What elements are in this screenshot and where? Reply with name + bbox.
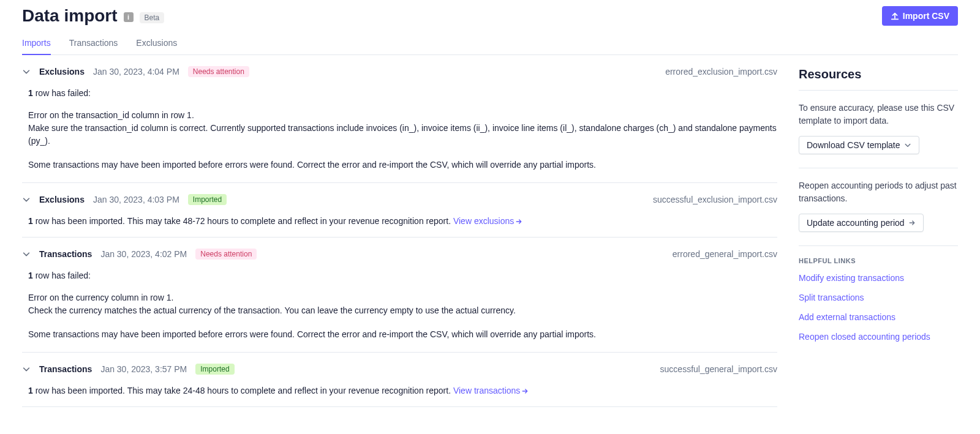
fail-summary: 1 row has failed:	[28, 88, 777, 98]
chevron-down-icon	[22, 250, 31, 258]
warning-message: Some transactions may have been imported…	[28, 328, 777, 341]
fail-summary: 1 row has failed:	[28, 271, 777, 280]
arrow-right-icon	[908, 219, 916, 226]
chevron-down-icon	[22, 365, 31, 373]
divider	[799, 245, 958, 246]
import-item-body: 1 row has failed: Error on the currency …	[22, 271, 777, 341]
tab-imports[interactable]: Imports	[22, 33, 51, 55]
tab-exclusions[interactable]: Exclusions	[136, 33, 177, 55]
import-item-header[interactable]: Exclusions Jan 30, 2023, 4:03 PM Importe…	[22, 194, 777, 205]
chevron-down-icon	[22, 195, 31, 204]
import-filename: errored_exclusion_import.csv	[665, 67, 777, 77]
import-item: Transactions Jan 30, 2023, 4:02 PM Needs…	[22, 238, 777, 353]
tabs-nav: Imports Transactions Exclusions	[22, 33, 958, 55]
resources-heading: Resources	[799, 67, 958, 91]
tab-transactions[interactable]: Transactions	[69, 33, 118, 55]
status-badge: Needs attention	[188, 66, 249, 77]
import-filename: errored_general_import.csv	[673, 249, 777, 259]
import-timestamp: Jan 30, 2023, 4:04 PM	[93, 67, 179, 77]
error-message: Error on the transaction_id column in ro…	[28, 109, 777, 148]
import-item-header[interactable]: Exclusions Jan 30, 2023, 4:04 PM Needs a…	[22, 66, 777, 77]
success-message: 1 row has been imported. This may take 2…	[28, 386, 777, 395]
status-badge: Needs attention	[195, 249, 257, 260]
update-accounting-period-button[interactable]: Update accounting period	[799, 214, 924, 232]
upload-icon	[891, 12, 899, 20]
chevron-down-icon	[22, 67, 31, 76]
import-item: Exclusions Jan 30, 2023, 4:03 PM Importe…	[22, 183, 777, 238]
import-item-body: 1 row has been imported. This may take 4…	[22, 216, 777, 226]
page-title: Data import	[22, 6, 118, 26]
reopen-help-text: Reopen accounting periods to adjust past…	[799, 179, 958, 205]
import-item: Transactions Jan 30, 2023, 3:57 PM Impor…	[22, 353, 777, 407]
import-filename: successful_general_import.csv	[660, 364, 777, 374]
imports-list: Exclusions Jan 30, 2023, 4:04 PM Needs a…	[22, 55, 777, 407]
link-reopen-closed-periods[interactable]: Reopen closed accounting periods	[799, 332, 958, 342]
import-item-body: 1 row has been imported. This may take 2…	[22, 386, 777, 395]
link-add-external-transactions[interactable]: Add external transactions	[799, 312, 958, 322]
error-message: Error on the currency column in row 1. C…	[28, 291, 777, 317]
arrow-right-icon	[515, 218, 522, 225]
import-timestamp: Jan 30, 2023, 3:57 PM	[100, 364, 187, 374]
import-csv-label: Import CSV	[903, 11, 949, 21]
info-icon[interactable]: i	[124, 12, 134, 22]
link-split-transactions[interactable]: Split transactions	[799, 293, 958, 302]
chevron-down-icon	[904, 141, 911, 149]
view-transactions-link[interactable]: View transactions	[453, 386, 529, 395]
status-badge: Imported	[188, 194, 227, 205]
success-message: 1 row has been imported. This may take 4…	[28, 216, 777, 226]
import-timestamp: Jan 30, 2023, 4:02 PM	[100, 249, 187, 259]
import-item-header[interactable]: Transactions Jan 30, 2023, 3:57 PM Impor…	[22, 364, 777, 375]
import-item-body: 1 row has failed: Error on the transacti…	[22, 88, 777, 171]
import-timestamp: Jan 30, 2023, 4:03 PM	[93, 195, 179, 204]
import-csv-button[interactable]: Import CSV	[882, 6, 958, 26]
import-type: Exclusions	[39, 195, 85, 204]
title-group: Data import i Beta	[22, 6, 164, 26]
update-period-label: Update accounting period	[807, 218, 905, 228]
beta-badge: Beta	[140, 12, 165, 23]
status-badge: Imported	[195, 364, 234, 375]
helpful-links-heading: HELPFUL LINKS	[799, 257, 958, 264]
import-filename: successful_exclusion_import.csv	[653, 195, 777, 204]
import-type: Exclusions	[39, 67, 85, 77]
arrow-right-icon	[521, 387, 529, 395]
view-exclusions-link[interactable]: View exclusions	[453, 216, 522, 226]
import-type: Transactions	[39, 364, 92, 374]
warning-message: Some transactions may have been imported…	[28, 159, 777, 171]
import-type: Transactions	[39, 249, 92, 259]
divider	[799, 168, 958, 168]
link-modify-transactions[interactable]: Modify existing transactions	[799, 273, 958, 283]
download-csv-template-button[interactable]: Download CSV template	[799, 136, 919, 154]
template-help-text: To ensure accuracy, please use this CSV …	[799, 102, 958, 127]
import-item: Exclusions Jan 30, 2023, 4:04 PM Needs a…	[22, 55, 777, 183]
import-item-header[interactable]: Transactions Jan 30, 2023, 4:02 PM Needs…	[22, 249, 777, 260]
resources-panel: Resources To ensure accuracy, please use…	[799, 55, 958, 407]
download-csv-label: Download CSV template	[807, 140, 900, 150]
page-header: Data import i Beta Import CSV	[22, 6, 958, 33]
